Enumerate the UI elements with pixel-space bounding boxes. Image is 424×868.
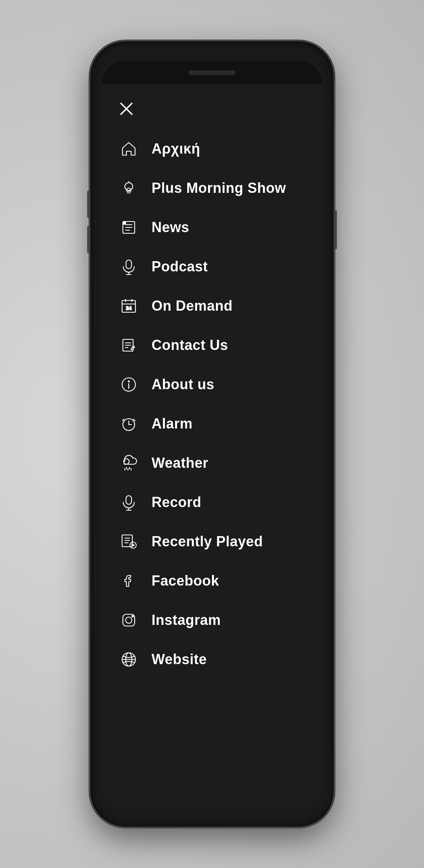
menu-item-label-weather: Weather (152, 455, 208, 471)
news-icon (118, 216, 140, 238)
menu-item-label-morning-show: Plus Morning Show (152, 180, 286, 196)
weather-icon (118, 452, 140, 474)
menu-item-label-facebook: Facebook (152, 573, 219, 589)
phone-device: Αρχική Plus Morning Show News Podcast (90, 41, 334, 827)
menu-item-on-demand[interactable]: 24 On Demand (102, 286, 322, 326)
facebook-icon (118, 570, 140, 592)
menu-item-label-recently-played: Recently Played (152, 533, 263, 550)
phone-screen: Αρχική Plus Morning Show News Podcast (102, 61, 322, 807)
screen-content: Αρχική Plus Morning Show News Podcast (102, 84, 322, 807)
calendar-icon: 24 (118, 295, 140, 317)
svg-point-22 (128, 381, 130, 382)
menu-item-about-us[interactable]: About us (102, 365, 322, 404)
close-button[interactable] (102, 92, 322, 129)
menu-item-label-contact-us: Contact Us (152, 337, 228, 353)
volume-down-button[interactable] (87, 226, 90, 253)
svg-rect-34 (126, 496, 132, 504)
navigation-menu: Αρχική Plus Morning Show News Podcast (102, 129, 322, 679)
volume-up-button[interactable] (87, 190, 90, 218)
status-bar (102, 61, 322, 84)
home-icon (118, 138, 140, 160)
svg-rect-7 (123, 222, 126, 225)
svg-line-27 (133, 419, 135, 421)
menu-item-news[interactable]: News (102, 208, 322, 247)
menu-item-label-news: News (152, 219, 189, 236)
svg-point-2 (125, 183, 133, 190)
globe-icon (118, 648, 140, 670)
svg-point-47 (132, 615, 133, 617)
svg-rect-8 (126, 260, 132, 269)
alarm-icon (118, 413, 140, 435)
menu-item-recently-played[interactable]: Recently Played (102, 522, 322, 561)
menu-item-record[interactable]: Record (102, 483, 322, 522)
instagram-icon (118, 609, 140, 631)
edit-icon (118, 334, 140, 356)
menu-item-home[interactable]: Αρχική (102, 129, 322, 168)
menu-item-website[interactable]: Website (102, 640, 322, 679)
menu-item-contact-us[interactable]: Contact Us (102, 326, 322, 365)
microphone-icon (118, 256, 140, 278)
menu-item-weather[interactable]: Weather (102, 443, 322, 483)
menu-item-label-record: Record (152, 494, 201, 511)
menu-item-label-home: Αρχική (152, 141, 200, 157)
speaker-grille (188, 70, 236, 75)
menu-item-label-podcast: Podcast (152, 258, 208, 275)
menu-item-facebook[interactable]: Facebook (102, 561, 322, 601)
menu-item-label-instagram: Instagram (152, 612, 221, 628)
svg-line-26 (122, 419, 124, 421)
menu-item-podcast[interactable]: Podcast (102, 247, 322, 286)
menu-item-label-alarm: Alarm (152, 416, 193, 432)
menu-item-alarm[interactable]: Alarm (102, 404, 322, 443)
menu-item-label-about-us: About us (152, 376, 214, 393)
lightbulb-icon (118, 177, 140, 199)
menu-item-morning-show[interactable]: Plus Morning Show (102, 168, 322, 208)
info-icon (118, 374, 140, 396)
menu-item-label-website: Website (152, 651, 207, 668)
menu-item-label-on-demand: On Demand (152, 298, 233, 314)
svg-text:24: 24 (126, 305, 132, 311)
close-icon[interactable] (118, 100, 135, 117)
microphone-icon (118, 491, 140, 513)
svg-point-46 (126, 617, 132, 623)
svg-point-41 (130, 542, 136, 548)
power-button[interactable] (334, 210, 337, 249)
menu-item-instagram[interactable]: Instagram (102, 601, 322, 640)
playlist-icon (118, 531, 140, 553)
